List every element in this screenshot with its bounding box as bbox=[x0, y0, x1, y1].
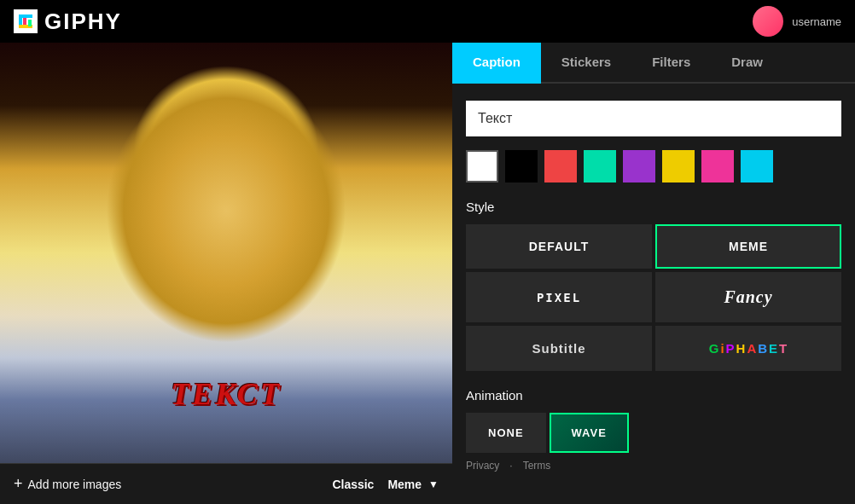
style-fancy-label: Fancy bbox=[724, 287, 772, 306]
add-images-label: Add more images bbox=[28, 478, 122, 491]
color-swatch-white[interactable] bbox=[466, 150, 498, 182]
style-section-label: Style bbox=[466, 200, 841, 214]
panel-content: Style DEFAULT MEME PIXEL Fancy Subtitle bbox=[452, 84, 855, 504]
privacy-link[interactable]: Privacy bbox=[466, 460, 499, 472]
mode-selector: Classic Meme ▼ bbox=[332, 478, 439, 491]
footer-separator: · bbox=[509, 460, 512, 472]
svg-rect-5 bbox=[28, 20, 32, 26]
avatar[interactable] bbox=[753, 6, 783, 37]
anim-wave-label: WAVE bbox=[572, 426, 607, 439]
style-btn-fancy[interactable]: Fancy bbox=[655, 272, 841, 322]
tab-draw[interactable]: Draw bbox=[711, 43, 783, 84]
anim-btn-wave[interactable]: WAVE bbox=[550, 413, 629, 453]
style-btn-meme[interactable]: MEME bbox=[655, 224, 841, 269]
plus-icon: + bbox=[14, 475, 23, 493]
color-swatch-black[interactable] bbox=[505, 150, 538, 182]
color-swatch-cyan[interactable] bbox=[741, 150, 773, 182]
dropdown-arrow-icon[interactable]: ▼ bbox=[428, 478, 439, 490]
style-alphabet-label: GiPHABET bbox=[709, 341, 788, 356]
style-default-label: DEFAULT bbox=[529, 240, 590, 253]
style-meme-label: MEME bbox=[729, 240, 768, 253]
color-swatch-purple[interactable] bbox=[623, 150, 655, 182]
header-right: username bbox=[753, 6, 841, 37]
image-container: ТЕКСТ bbox=[0, 43, 452, 463]
anim-btn-none[interactable]: NONE bbox=[466, 413, 546, 453]
color-swatches bbox=[466, 150, 841, 182]
tab-caption[interactable]: Caption bbox=[452, 43, 541, 84]
anim-none-label: NONE bbox=[488, 426, 524, 439]
style-pixel-label: PIXEL bbox=[537, 291, 581, 304]
style-btn-subtitle[interactable]: Subtitle bbox=[466, 326, 652, 371]
mode-meme-label[interactable]: Meme bbox=[387, 478, 422, 491]
mode-classic-label[interactable]: Classic bbox=[332, 478, 374, 491]
main-content: ТЕКСТ + Add more images Classic Meme ▼ C… bbox=[0, 43, 855, 504]
style-subtitle-label: Subtitle bbox=[532, 341, 586, 356]
username-label: username bbox=[792, 15, 841, 28]
footer-links: Privacy · Terms bbox=[466, 453, 841, 478]
logo-text: GIPHY bbox=[44, 9, 122, 35]
color-swatch-red[interactable] bbox=[544, 150, 577, 182]
animation-label: Animation bbox=[466, 388, 841, 403]
header: GIPHY username bbox=[0, 0, 855, 43]
terms-link[interactable]: Terms bbox=[523, 460, 551, 472]
right-panel: Caption Stickers Filters Draw Style bbox=[452, 43, 855, 504]
tab-stickers[interactable]: Stickers bbox=[541, 43, 631, 84]
logo-icon bbox=[14, 9, 38, 33]
tabs-bar: Caption Stickers Filters Draw bbox=[452, 43, 855, 84]
add-images-button[interactable]: + Add more images bbox=[14, 475, 121, 493]
logo: GIPHY bbox=[14, 9, 122, 35]
left-panel: ТЕКСТ + Add more images Classic Meme ▼ bbox=[0, 43, 452, 504]
animation-buttons: NONE WAVE bbox=[466, 413, 841, 453]
tab-filters[interactable]: Filters bbox=[631, 43, 711, 84]
style-grid: DEFAULT MEME PIXEL Fancy Subtitle GiPHAB… bbox=[466, 224, 841, 371]
animation-section: Animation NONE WAVE bbox=[466, 388, 841, 453]
caption-text-input[interactable] bbox=[466, 101, 841, 136]
bottom-bar: + Add more images Classic Meme ▼ bbox=[0, 463, 452, 504]
color-swatch-green[interactable] bbox=[584, 150, 616, 182]
text-overlay: ТЕКСТ bbox=[171, 376, 282, 412]
style-btn-alphabet[interactable]: GiPHABET bbox=[655, 326, 841, 371]
color-swatch-yellow[interactable] bbox=[662, 150, 695, 182]
svg-rect-3 bbox=[19, 14, 32, 18]
style-btn-pixel[interactable]: PIXEL bbox=[466, 272, 652, 322]
anime-image: ТЕКСТ bbox=[0, 43, 452, 463]
color-swatch-pink[interactable] bbox=[701, 150, 734, 182]
style-btn-default[interactable]: DEFAULT bbox=[466, 224, 652, 269]
